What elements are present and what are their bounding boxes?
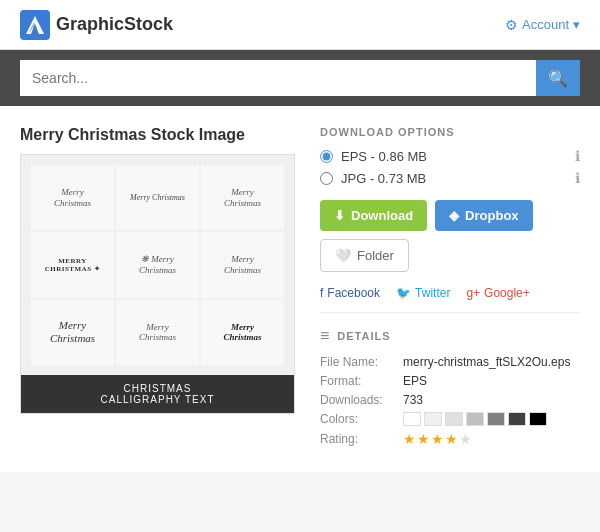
file-name-value: merry-christmas_ftSLX2Ou.eps [403, 355, 570, 369]
twitter-link[interactable]: 🐦 Twitter [396, 286, 450, 300]
color-swatches [403, 412, 547, 426]
color-swatch-2 [424, 412, 442, 426]
download-button[interactable]: ⬇ Download [320, 200, 427, 231]
file-name-row: File Name: merry-christmas_ftSLX2Ou.eps [320, 355, 580, 369]
account-button[interactable]: ⚙ Account ▾ [505, 17, 580, 33]
logo-icon [20, 10, 50, 40]
facebook-link[interactable]: f Facebook [320, 286, 380, 300]
format-value: EPS [403, 374, 427, 388]
download-options-label: DOWNLOAD OPTIONS [320, 126, 580, 138]
logo[interactable]: GraphicStock [20, 10, 173, 40]
chevron-down-icon: ▾ [573, 17, 580, 32]
format-row: Format: EPS [320, 374, 580, 388]
twitter-icon: 🐦 [396, 286, 411, 300]
details-header: ≡ DETAILS [320, 327, 580, 345]
dropbox-label: Dropbox [465, 208, 518, 223]
eps-label: EPS - 0.86 MB [341, 149, 427, 164]
download-label: Download [351, 208, 413, 223]
image-footer: CHRISTMAS CALLIGRAPHY TEXT [21, 375, 294, 413]
folder-icon: 🤍 [335, 248, 351, 263]
downloads-row: Downloads: 733 [320, 393, 580, 407]
facebook-icon: f [320, 286, 323, 300]
colors-label: Colors: [320, 412, 395, 426]
jpg-info-icon[interactable]: ℹ [575, 170, 580, 186]
download-options: EPS - 0.86 MB ℹ JPG - 0.73 MB ℹ [320, 148, 580, 186]
colors-row: Colors: [320, 412, 580, 426]
color-swatch-4 [466, 412, 484, 426]
action-buttons: ⬇ Download ◈ Dropbox 🤍 Folder [320, 200, 580, 272]
search-button[interactable]: 🔍 [536, 60, 580, 96]
rating-label: Rating: [320, 432, 395, 446]
dropbox-button[interactable]: ◈ Dropbox [435, 200, 532, 231]
color-swatch-7 [529, 412, 547, 426]
gear-icon: ⚙ [505, 17, 518, 33]
details-table: File Name: merry-christmas_ftSLX2Ou.eps … [320, 355, 580, 447]
option-row-jpg: JPG - 0.73 MB ℹ [320, 170, 580, 186]
image-preview: MerryChristmas Merry Christmas MerryChri… [20, 154, 295, 414]
details-label: DETAILS [337, 330, 390, 342]
image-title: Merry Christmas Stock Image [20, 126, 300, 144]
folder-button[interactable]: 🤍 Folder [320, 239, 409, 272]
facebook-label: Facebook [327, 286, 380, 300]
details-icon: ≡ [320, 327, 329, 345]
header: GraphicStock ⚙ Account ▾ [0, 0, 600, 50]
footer-line1: CHRISTMAS [29, 383, 286, 394]
option-row-eps: EPS - 0.86 MB ℹ [320, 148, 580, 164]
color-swatch-3 [445, 412, 463, 426]
jpg-label: JPG - 0.73 MB [341, 171, 426, 186]
color-swatch-5 [487, 412, 505, 426]
eps-info-icon[interactable]: ℹ [575, 148, 580, 164]
grid-cell-1: MerryChristmas [31, 165, 114, 230]
grid-cell-4: MERRYCHRISTMAS ✦ [31, 232, 114, 297]
image-grid: MerryChristmas Merry Christmas MerryChri… [21, 155, 294, 375]
right-panel: DOWNLOAD OPTIONS EPS - 0.86 MB ℹ JPG - 0… [320, 126, 580, 452]
logo-text: GraphicStock [56, 14, 173, 35]
downloads-value: 733 [403, 393, 423, 407]
rating-row: Rating: ★ ★ ★ ★ ★ [320, 431, 580, 447]
search-input[interactable] [20, 60, 536, 96]
folder-label: Folder [357, 248, 394, 263]
color-swatch-6 [508, 412, 526, 426]
star-1: ★ [403, 431, 416, 447]
left-panel: Merry Christmas Stock Image MerryChristm… [20, 126, 300, 452]
star-4: ★ [445, 431, 458, 447]
grid-cell-2: Merry Christmas [116, 165, 199, 230]
grid-cell-3: MerryChristmas [201, 165, 284, 230]
footer-line2: CALLIGRAPHY TEXT [29, 394, 286, 405]
grid-cell-5: ❋ MerryChristmas [116, 232, 199, 297]
file-name-label: File Name: [320, 355, 395, 369]
star-3: ★ [431, 431, 444, 447]
twitter-label: Twitter [415, 286, 450, 300]
dropbox-icon: ◈ [449, 208, 459, 223]
eps-radio[interactable] [320, 150, 333, 163]
search-icon: 🔍 [548, 69, 568, 88]
format-label: Format: [320, 374, 395, 388]
jpg-radio[interactable] [320, 172, 333, 185]
google-link[interactable]: g+ Google+ [466, 286, 529, 300]
main-content: Merry Christmas Stock Image MerryChristm… [0, 106, 600, 472]
grid-cell-9: MerryChristmas [201, 300, 284, 365]
grid-cell-6: MerryChristmas [201, 232, 284, 297]
star-5: ★ [459, 431, 472, 447]
download-icon: ⬇ [334, 208, 345, 223]
star-2: ★ [417, 431, 430, 447]
social-links: f Facebook 🐦 Twitter g+ Google+ [320, 286, 580, 313]
google-icon: g+ [466, 286, 480, 300]
star-rating: ★ ★ ★ ★ ★ [403, 431, 472, 447]
grid-cell-8: MerryChristmas [116, 300, 199, 365]
color-swatch-1 [403, 412, 421, 426]
grid-cell-7: MerryChristmas [31, 300, 114, 365]
google-label: Google+ [484, 286, 530, 300]
downloads-label: Downloads: [320, 393, 395, 407]
account-label: Account [522, 17, 569, 32]
search-bar: 🔍 [0, 50, 600, 106]
